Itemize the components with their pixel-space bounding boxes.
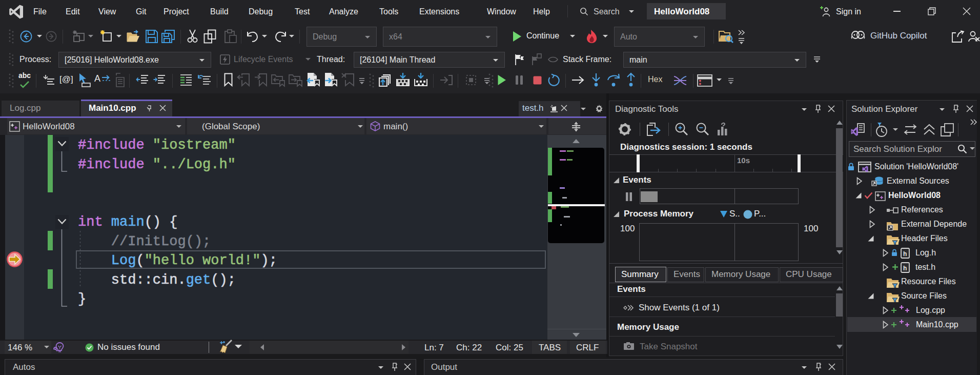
- svg-text:h: h: [903, 265, 907, 272]
- svg-text:h: h: [903, 250, 907, 258]
